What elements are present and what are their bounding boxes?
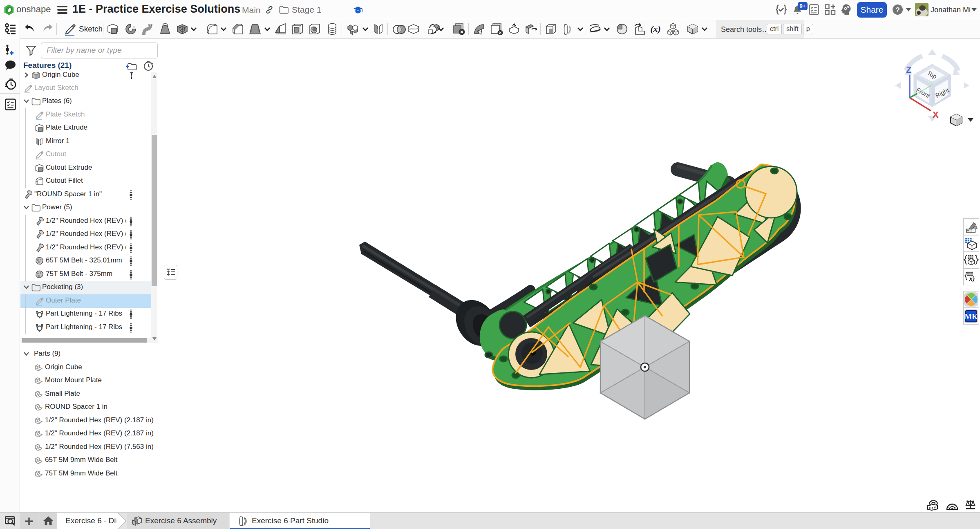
svg-text:Y: Y [930,80,935,88]
svg-text:?: ? [895,6,899,14]
svg-text:X: X [933,110,939,120]
svg-text:(x): (x) [650,24,661,34]
svg-text:MK: MK [965,312,978,321]
svg-text:Z: Z [906,65,911,75]
svg-text:x): x) [969,275,975,282]
